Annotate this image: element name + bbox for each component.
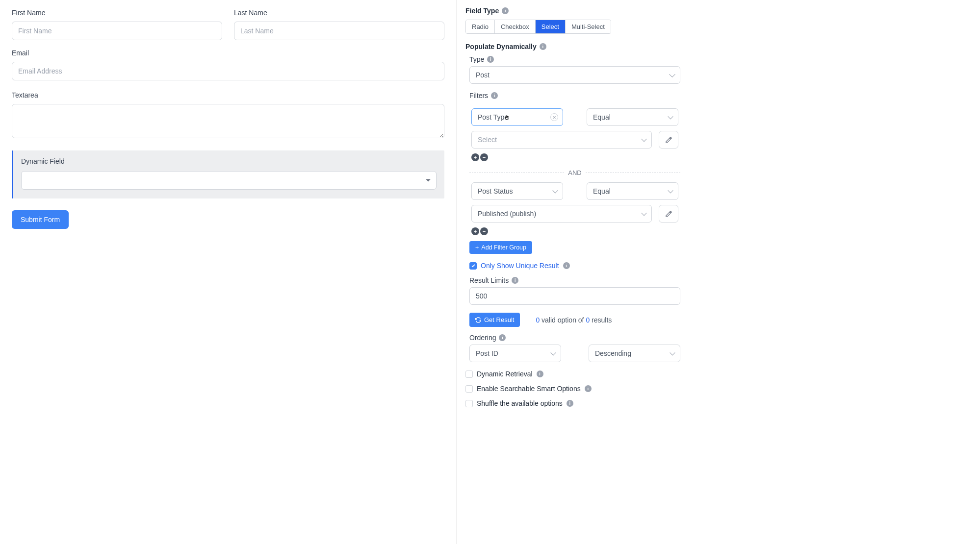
dynamic-field-select[interactable] (21, 171, 437, 190)
info-icon[interactable]: i (499, 334, 506, 341)
clear-icon[interactable]: × (550, 113, 558, 121)
filter2-field-select[interactable]: Post Status (471, 182, 563, 200)
dynamic-field-block[interactable]: Dynamic Field (12, 150, 444, 198)
filter2-operator-select[interactable]: Equal (587, 182, 678, 200)
info-icon[interactable]: i (502, 7, 509, 14)
email-input[interactable] (12, 62, 444, 80)
field-type-header: Field Type i (465, 7, 680, 15)
tab-multi-select[interactable]: Multi-Select (566, 20, 611, 33)
filter1-operator-select[interactable]: Equal (587, 108, 678, 126)
dynamic-field-label: Dynamic Field (21, 157, 437, 165)
remove-filter-button[interactable]: − (480, 153, 488, 161)
settings-panel: Field Type i Radio Checkbox Select Multi… (456, 0, 689, 544)
info-icon[interactable]: i (540, 43, 546, 50)
info-icon[interactable]: i (537, 371, 543, 377)
enable-searchable-label: Enable Searchable Smart Options (477, 385, 581, 393)
pencil-icon (665, 136, 672, 144)
ordering-direction-select[interactable]: Descending (589, 345, 680, 362)
result-limits-label: Result Limits i (469, 276, 680, 284)
check-icon (471, 263, 476, 268)
shuffle-options-label: Shuffle the available options (477, 399, 563, 407)
type-select[interactable]: Post (469, 66, 680, 84)
type-label: Type i (469, 55, 680, 63)
get-result-button[interactable]: Get Result (469, 313, 520, 327)
add-and-filter-button[interactable]: + (471, 153, 479, 161)
dynamic-retrieval-checkbox[interactable] (465, 371, 473, 378)
submit-form-button[interactable]: Submit Form (12, 210, 69, 229)
tab-select[interactable]: Select (536, 20, 566, 33)
enable-searchable-checkbox[interactable] (465, 385, 473, 393)
edit-filter-button[interactable] (659, 205, 678, 223)
unique-result-label: Only Show Unique Result (481, 262, 559, 270)
add-filter-group-button[interactable]: + Add Filter Group (469, 241, 532, 254)
last-name-label: Last Name (234, 9, 444, 17)
filter1-value-select[interactable]: Select (471, 131, 652, 148)
shuffle-options-checkbox[interactable] (465, 400, 473, 407)
filter2-value-select[interactable]: Published (publish) (471, 205, 652, 223)
ordering-field-select[interactable]: Post ID (469, 345, 561, 362)
info-icon[interactable]: i (563, 262, 570, 269)
filters-label: Filters i (469, 92, 680, 99)
textarea-input[interactable] (12, 104, 444, 138)
field-type-tabs: Radio Checkbox Select Multi-Select (465, 20, 611, 34)
edit-filter-button[interactable] (659, 131, 678, 148)
last-name-input[interactable] (234, 22, 444, 40)
tab-radio[interactable]: Radio (466, 20, 495, 33)
form-preview-pane: First Name Last Name Email Textarea Dyna… (0, 0, 456, 544)
ordering-label: Ordering i (469, 334, 680, 342)
textarea-label: Textarea (12, 91, 444, 99)
tab-checkbox[interactable]: Checkbox (495, 20, 536, 33)
first-name-label: First Name (12, 9, 222, 17)
info-icon[interactable]: i (567, 400, 573, 407)
dynamic-retrieval-label: Dynamic Retrieval (477, 370, 533, 378)
plus-icon: + (475, 244, 479, 251)
result-limits-input[interactable] (469, 287, 680, 305)
remove-filter-button[interactable]: − (480, 227, 488, 235)
filter1-field-select[interactable]: Post Type (471, 108, 563, 126)
info-icon[interactable]: i (512, 277, 518, 284)
pencil-icon (665, 210, 672, 218)
and-divider: AND (469, 169, 680, 176)
result-count-text: 0 valid option of 0 results (536, 316, 612, 324)
refresh-icon (475, 317, 481, 323)
info-icon[interactable]: i (585, 385, 592, 392)
email-label: Email (12, 49, 444, 57)
add-and-filter-button[interactable]: + (471, 227, 479, 235)
info-icon[interactable]: i (491, 92, 498, 99)
first-name-input[interactable] (12, 22, 222, 40)
unique-result-checkbox[interactable] (469, 262, 477, 270)
populate-dynamically-header: Populate Dynamically i (465, 43, 680, 50)
info-icon[interactable]: i (487, 56, 494, 63)
